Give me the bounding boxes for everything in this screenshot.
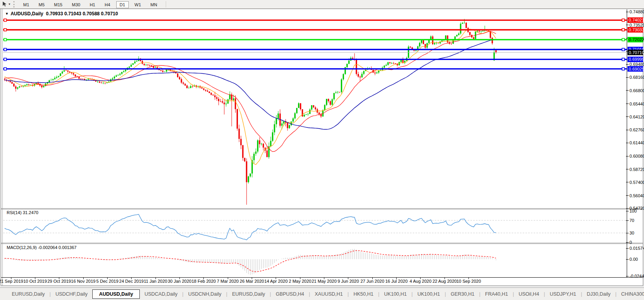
- macd-indicator-label: MACD(12,26,9) -0.002064 0.001367: [7, 245, 77, 250]
- chart-tab-ger30-h1[interactable]: GER30,H1: [446, 290, 479, 298]
- timeframe-button-h4[interactable]: H4: [101, 1, 113, 8]
- chart-tab-china300-h1[interactable]: CHINA300,H1: [617, 290, 644, 298]
- cursor-tool-glyph: [2, 1, 7, 7]
- timeframe-button-w1[interactable]: W1: [131, 1, 145, 8]
- date-tick-label[interactable]: 18 Feb 2020: [192, 279, 216, 284]
- macd-values: -0.002064 0.001367: [38, 245, 76, 250]
- toolbar-separator: [166, 1, 166, 7]
- chart-title: ▼AUDUSD,Daily 0.70933 0.71043 0.70588 0.…: [5, 11, 118, 16]
- line-handle[interactable]: [4, 58, 6, 60]
- chart-tab-usoil-h4[interactable]: USOil,H4: [514, 290, 544, 298]
- price-tick-label: 0.62760: [629, 127, 644, 132]
- chart-tab-gbpusd-h4[interactable]: GBPUSD,H4: [271, 290, 309, 298]
- date-tick-label[interactable]: 29 Oct 2019: [48, 279, 71, 284]
- line-handle[interactable]: [4, 29, 6, 31]
- timeframe-button-h1[interactable]: H1: [86, 1, 99, 8]
- price-tick-label: 0.65440: [629, 102, 644, 106]
- rsi-axis-label: 100: [629, 209, 637, 213]
- rsi-axis-label: 30: [629, 231, 634, 235]
- line-handle[interactable]: [622, 38, 624, 41]
- toolbar-grip[interactable]: [13, 1, 15, 7]
- rsi-name: RSI(14): [7, 210, 22, 215]
- tool-dropdown-icon[interactable]: ▾: [9, 2, 10, 6]
- price-tick-label: 0.56040: [629, 193, 644, 198]
- chart-tab-usdcnh-daily[interactable]: USDCNH,Daily: [183, 290, 226, 298]
- macd-axis-label: -0.024412: [629, 274, 644, 278]
- line-handle[interactable]: [622, 29, 624, 31]
- date-tick-label[interactable]: 21 Sep 2019: [0, 279, 23, 284]
- chart-tab-hk50-h1[interactable]: HK50,H1: [349, 290, 378, 298]
- chart-canvas[interactable]: 0.748800.735200.721600.708000.694800.681…: [0, 0, 644, 300]
- chart-tab-uk100-h1[interactable]: UK100,H1: [379, 290, 412, 298]
- date-tick-label[interactable]: 14 Apr 2020: [264, 279, 287, 284]
- price-tick-label: 0.68160: [629, 75, 644, 80]
- date-tick-label[interactable]: 4 Aug 2020: [410, 279, 432, 284]
- chart-tab-dj30-daily[interactable]: DJ30,Daily: [582, 290, 615, 298]
- chart-tab-usdcad-daily[interactable]: USDCAD,Daily: [140, 290, 182, 298]
- date-tick-label[interactable]: 7 Mar 2020: [217, 279, 239, 284]
- terminal-window: 0.748800.735200.721600.708000.694800.681…: [0, 0, 644, 300]
- rsi-indicator-label: RSI(14) 31.2470: [7, 210, 38, 215]
- price-tick-label: 0.58720: [629, 167, 644, 172]
- timeframe-toolbar: ▾ M1M5M15M30H1H4D1W1MN: [0, 0, 644, 9]
- chart-dropdown-icon[interactable]: ▼: [5, 12, 9, 16]
- macd-axis-label: 0.00: [629, 257, 638, 262]
- chart-tab-eurusd-daily[interactable]: EURUSD,Daily: [7, 290, 49, 298]
- chart-tab-usdchf-daily[interactable]: USDCHF,Daily: [51, 290, 92, 298]
- timeframe-button-m1[interactable]: M1: [20, 1, 33, 8]
- line-handle[interactable]: [622, 48, 624, 51]
- date-tick-label[interactable]: 26 Mar 2020: [240, 279, 264, 284]
- date-tick-label[interactable]: 11 Jan 2020: [144, 279, 167, 284]
- rsi-value: 31.2470: [23, 210, 38, 215]
- chart-tab-usdjpy-h1[interactable]: USDJPY,H1: [545, 290, 581, 298]
- chart-tab-uk100-h1[interactable]: UK100,H1: [413, 290, 445, 298]
- price-tick-label: 0.74880: [629, 9, 644, 14]
- chart-tab-bar: EURUSD,Daily|USDCHF,DailyAUDUSD,DailyUSD…: [0, 287, 644, 300]
- line-handle[interactable]: [4, 38, 6, 41]
- date-tick-label[interactable]: 30 Jan 2020: [168, 279, 192, 284]
- date-tick-label[interactable]: 22 Aug 2020: [432, 279, 457, 284]
- date-tick-label[interactable]: 16 Nov 2019: [71, 279, 95, 284]
- timeframe-button-mn[interactable]: MN: [147, 1, 161, 8]
- timeframe-button-m15[interactable]: M15: [51, 1, 66, 8]
- line-price-label: 0.73033: [629, 27, 644, 32]
- price-tick-label: 0.57400: [629, 180, 644, 185]
- chart-ohlc-quotes: 0.70933 0.71043 0.70588 0.70710: [46, 11, 118, 16]
- chart-tab-xauusd-h1[interactable]: XAUUSD,H1: [310, 290, 348, 298]
- line-handle[interactable]: [622, 19, 624, 21]
- price-tick-label: 0.69480: [629, 62, 644, 67]
- date-tick-label[interactable]: 24 Dec 2019: [119, 279, 144, 284]
- chart-tab-eurusd-daily[interactable]: EURUSD,Daily: [227, 290, 270, 298]
- price-tick-label: 0.66800: [629, 88, 644, 93]
- price-tick-label: 0.60080: [629, 154, 644, 158]
- line-handle[interactable]: [4, 67, 6, 70]
- date-tick-label[interactable]: 9 Jun 2020: [338, 279, 359, 284]
- macd-name: MACD(12,26,9): [7, 245, 37, 250]
- date-tick-label[interactable]: 2 May 2020: [289, 279, 311, 284]
- line-handle[interactable]: [4, 48, 6, 51]
- date-tick-label[interactable]: 16 Jul 2020: [385, 279, 408, 284]
- timeframe-button-d1[interactable]: D1: [116, 1, 129, 8]
- line-price-label: 0.74021: [629, 18, 644, 22]
- current-price-label: 0.70710: [629, 50, 644, 55]
- price-tick-label: 0.64120: [629, 115, 644, 119]
- date-tick-label[interactable]: 10 Oct 2019: [23, 279, 47, 284]
- timeframe-button-m30[interactable]: M30: [68, 1, 84, 8]
- line-handle[interactable]: [622, 67, 624, 70]
- date-tick-label[interactable]: 27 Jun 2020: [360, 279, 384, 284]
- chart-tab-audusd-daily[interactable]: AUDUSD,Daily: [92, 289, 140, 299]
- date-tick-label[interactable]: 10 Sep 2020: [456, 279, 481, 284]
- timeframe-buttons: M1M5M15M30H1H4D1W1MN: [18, 1, 162, 8]
- rsi-axis-label: 70: [629, 218, 634, 223]
- chart-tab-fra40-h1[interactable]: FRA40,H1: [480, 290, 512, 298]
- line-handle[interactable]: [622, 58, 624, 60]
- rsi-axis-label: 0: [629, 240, 632, 245]
- timeframe-button-m5[interactable]: M5: [35, 1, 48, 8]
- line-price-label: 0.69025: [629, 67, 644, 71]
- chart-tabs: EURUSD,Daily|USDCHF,DailyAUDUSD,DailyUSD…: [7, 289, 644, 299]
- chart-symbol-period: AUDUSD,Daily: [11, 11, 43, 16]
- date-tick-label[interactable]: 21 May 2020: [312, 279, 337, 284]
- cursor-tool-icon[interactable]: [2, 1, 7, 7]
- line-handle[interactable]: [4, 19, 6, 21]
- date-tick-label[interactable]: 5 Dec 2019: [96, 279, 118, 284]
